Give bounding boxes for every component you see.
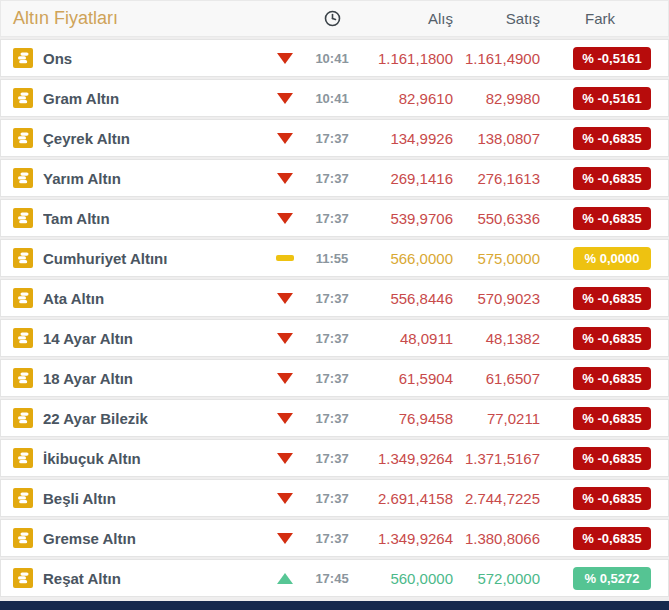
buy-price: 76,9458 bbox=[362, 410, 457, 427]
buy-price: 2.691,4158 bbox=[362, 490, 457, 507]
sell-price: 276,1613 bbox=[457, 170, 542, 187]
sell-price: 572,0000 bbox=[457, 570, 542, 587]
gold-prices-widget: Altın Fiyatları Alış Satış Fark Ons bbox=[0, 0, 669, 610]
gold-coin-icon bbox=[13, 408, 33, 428]
footer-bar bbox=[0, 601, 669, 610]
table-row[interactable]: Yarım Altın 17:37 269,1416 276,1613 % -0… bbox=[0, 159, 669, 197]
change-badge: % -0,5161 bbox=[573, 47, 651, 70]
instrument-name: Gram Altın bbox=[43, 90, 268, 107]
trend-icon bbox=[277, 293, 293, 304]
table-row[interactable]: 18 Ayar Altın 17:37 61,5904 61,6507 % -0… bbox=[0, 359, 669, 397]
gold-coin-icon bbox=[13, 168, 33, 188]
table-row[interactable]: Beşli Altın 17:37 2.691,4158 2.744,7225 … bbox=[0, 479, 669, 517]
instrument-name: Cumhuriyet Altını bbox=[43, 250, 268, 267]
instrument-name: Çeyrek Altın bbox=[43, 130, 268, 147]
buy-price: 1.349,9264 bbox=[362, 450, 457, 467]
buy-price: 1.161,1800 bbox=[362, 50, 457, 67]
table-row[interactable]: Reşat Altın 17:45 560,0000 572,0000 % 0,… bbox=[0, 559, 669, 597]
buy-price: 269,1416 bbox=[362, 170, 457, 187]
change-badge: % -0,6835 bbox=[573, 407, 651, 430]
sell-price: 1.371,5167 bbox=[457, 450, 542, 467]
change-badge: % -0,6835 bbox=[573, 367, 651, 390]
change-badge: % -0,6835 bbox=[573, 487, 651, 510]
table-row[interactable]: 14 Ayar Altın 17:37 48,0911 48,1382 % -0… bbox=[0, 319, 669, 357]
update-time: 17:37 bbox=[302, 491, 362, 506]
gold-coin-icon bbox=[13, 208, 33, 228]
update-time: 10:41 bbox=[302, 51, 362, 66]
gold-coin-icon bbox=[13, 88, 33, 108]
table-row[interactable]: Ons 10:41 1.161,1800 1.161,4900 % -0,516… bbox=[0, 39, 669, 77]
gold-coin-icon bbox=[13, 528, 33, 548]
table-row[interactable]: Tam Altın 17:37 539,9706 550,6336 % -0,6… bbox=[0, 199, 669, 237]
change-badge: % -0,6835 bbox=[573, 287, 651, 310]
update-time: 17:37 bbox=[302, 171, 362, 186]
buy-price: 61,5904 bbox=[362, 370, 457, 387]
table-row[interactable]: Çeyrek Altın 17:37 134,9926 138,0807 % -… bbox=[0, 119, 669, 157]
buy-price: 539,9706 bbox=[362, 210, 457, 227]
gold-coin-icon bbox=[13, 448, 33, 468]
buy-price: 566,0000 bbox=[362, 250, 457, 267]
buy-price: 48,0911 bbox=[362, 330, 457, 347]
column-header-sell: Satış bbox=[457, 10, 542, 27]
trend-icon bbox=[277, 493, 293, 504]
update-time: 11:55 bbox=[302, 251, 362, 266]
sell-price: 550,6336 bbox=[457, 210, 542, 227]
instrument-name: 14 Ayar Altın bbox=[43, 330, 268, 347]
table-header: Altın Fiyatları Alış Satış Fark bbox=[0, 0, 669, 37]
change-badge: % -0,6835 bbox=[573, 327, 651, 350]
gold-coin-icon bbox=[13, 288, 33, 308]
gold-coin-icon bbox=[13, 368, 33, 388]
trend-icon bbox=[277, 533, 293, 544]
sell-price: 82,9980 bbox=[457, 90, 542, 107]
price-table-body: Ons 10:41 1.161,1800 1.161,4900 % -0,516… bbox=[0, 39, 669, 597]
buy-price: 134,9926 bbox=[362, 130, 457, 147]
update-time: 17:45 bbox=[302, 571, 362, 586]
sell-price: 570,9023 bbox=[457, 290, 542, 307]
trend-icon bbox=[277, 93, 293, 104]
update-time: 17:37 bbox=[302, 211, 362, 226]
instrument-name: Yarım Altın bbox=[43, 170, 268, 187]
table-row[interactable]: Gram Altın 10:41 82,9610 82,9980 % -0,51… bbox=[0, 79, 669, 117]
trend-icon bbox=[277, 173, 293, 184]
buy-price: 1.349,9264 bbox=[362, 530, 457, 547]
sell-price: 2.744,7225 bbox=[457, 490, 542, 507]
change-badge: % 0,5272 bbox=[573, 567, 651, 590]
update-time: 17:37 bbox=[302, 331, 362, 346]
update-time: 10:41 bbox=[302, 91, 362, 106]
instrument-name: Gremse Altın bbox=[43, 530, 268, 547]
instrument-name: Ata Altın bbox=[43, 290, 268, 307]
table-row[interactable]: Gremse Altın 17:37 1.349,9264 1.380,8066… bbox=[0, 519, 669, 557]
buy-price: 556,8446 bbox=[362, 290, 457, 307]
sell-price: 575,0000 bbox=[457, 250, 542, 267]
column-header-buy: Alış bbox=[362, 10, 457, 27]
update-time: 17:37 bbox=[302, 411, 362, 426]
gold-coin-icon bbox=[13, 48, 33, 68]
change-badge: % -0,6835 bbox=[573, 127, 651, 150]
trend-icon bbox=[277, 573, 293, 584]
trend-icon bbox=[277, 53, 293, 64]
sell-price: 48,1382 bbox=[457, 330, 542, 347]
gold-coin-icon bbox=[13, 248, 33, 268]
table-row[interactable]: İkibuçuk Altın 17:37 1.349,9264 1.371,51… bbox=[0, 439, 669, 477]
table-row[interactable]: Cumhuriyet Altını 11:55 566,0000 575,000… bbox=[0, 239, 669, 277]
instrument-name: Ons bbox=[43, 50, 268, 67]
clock-icon bbox=[324, 10, 341, 27]
change-badge: % -0,6835 bbox=[573, 207, 651, 230]
trend-icon bbox=[277, 413, 293, 424]
table-row[interactable]: 22 Ayar Bilezik 17:37 76,9458 77,0211 % … bbox=[0, 399, 669, 437]
column-header-change: Fark bbox=[542, 10, 668, 27]
instrument-name: Beşli Altın bbox=[43, 490, 268, 507]
update-time: 17:37 bbox=[302, 131, 362, 146]
change-badge: % 0,0000 bbox=[573, 247, 651, 270]
table-row[interactable]: Ata Altın 17:37 556,8446 570,9023 % -0,6… bbox=[0, 279, 669, 317]
trend-icon bbox=[276, 255, 294, 261]
trend-icon bbox=[277, 453, 293, 464]
trend-icon bbox=[277, 133, 293, 144]
update-time: 17:37 bbox=[302, 531, 362, 546]
change-badge: % -0,6835 bbox=[573, 527, 651, 550]
change-badge: % -0,5161 bbox=[573, 87, 651, 110]
change-badge: % -0,6835 bbox=[573, 167, 651, 190]
sell-price: 1.161,4900 bbox=[457, 50, 542, 67]
instrument-name: Tam Altın bbox=[43, 210, 268, 227]
gold-coin-icon bbox=[13, 568, 33, 588]
